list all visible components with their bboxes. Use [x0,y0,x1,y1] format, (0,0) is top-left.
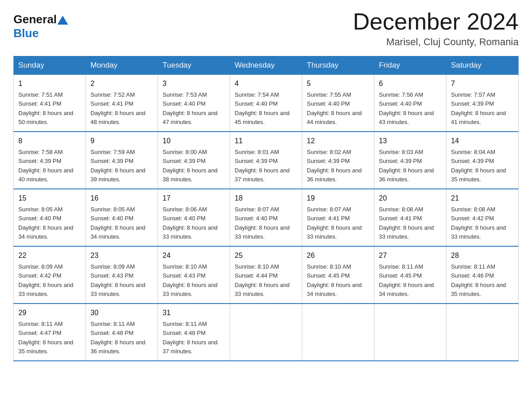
day-info: Sunrise: 7:55 AMSunset: 4:40 PMDaylight:… [307,91,362,125]
day-number: 8 [18,136,81,146]
day-info: Sunrise: 8:07 AMSunset: 4:41 PMDaylight:… [307,206,362,240]
day-cell: 25Sunrise: 8:10 AMSunset: 4:44 PMDayligh… [230,246,302,304]
day-info: Sunrise: 8:07 AMSunset: 4:40 PMDaylight:… [235,206,290,240]
day-number: 18 [235,193,297,204]
week-row-3: 15Sunrise: 8:05 AMSunset: 4:40 PMDayligh… [14,189,519,246]
day-info: Sunrise: 8:10 AMSunset: 4:45 PMDaylight:… [307,263,362,297]
day-number: 4 [235,78,297,89]
day-number: 25 [235,250,297,261]
day-info: Sunrise: 8:08 AMSunset: 4:42 PMDaylight:… [451,206,506,240]
logo: General Blue [13,13,68,40]
day-info: Sunrise: 8:05 AMSunset: 4:40 PMDaylight:… [90,206,146,240]
day-cell: 28Sunrise: 8:11 AMSunset: 4:46 PMDayligh… [446,246,519,304]
day-cell: 22Sunrise: 8:09 AMSunset: 4:42 PMDayligh… [14,246,86,304]
day-number: 21 [451,193,514,204]
day-info: Sunrise: 8:11 AMSunset: 4:46 PMDaylight:… [451,263,506,297]
day-info: Sunrise: 8:05 AMSunset: 4:40 PMDaylight:… [18,206,73,240]
day-cell: 27Sunrise: 8:11 AMSunset: 4:45 PMDayligh… [374,246,446,304]
logo-blue: Blue [13,26,39,40]
day-number: 5 [307,78,369,89]
day-cell: 18Sunrise: 8:07 AMSunset: 4:40 PMDayligh… [230,189,302,246]
day-cell: 29Sunrise: 8:11 AMSunset: 4:47 PMDayligh… [14,304,86,361]
day-number: 15 [18,193,81,204]
day-number: 24 [163,250,225,261]
logo-triangle-icon [57,16,68,25]
day-cell [230,304,302,361]
day-number: 14 [451,136,514,146]
day-number: 31 [163,308,225,318]
day-info: Sunrise: 8:10 AMSunset: 4:43 PMDaylight:… [163,263,218,297]
week-row-5: 29Sunrise: 8:11 AMSunset: 4:47 PMDayligh… [14,304,519,361]
location: Marisel, Cluj County, Romania [353,36,519,48]
day-cell: 6Sunrise: 7:56 AMSunset: 4:40 PMDaylight… [374,75,446,132]
day-cell: 12Sunrise: 8:02 AMSunset: 4:39 PMDayligh… [302,132,374,189]
day-info: Sunrise: 8:01 AMSunset: 4:39 PMDaylight:… [235,149,290,183]
day-cell: 9Sunrise: 7:59 AMSunset: 4:39 PMDaylight… [86,132,158,189]
day-info: Sunrise: 8:09 AMSunset: 4:43 PMDaylight:… [90,263,146,297]
day-cell: 1Sunrise: 7:51 AMSunset: 4:41 PMDaylight… [14,75,86,132]
day-number: 27 [379,250,442,261]
day-cell: 3Sunrise: 7:53 AMSunset: 4:40 PMDaylight… [158,75,230,132]
day-cell: 11Sunrise: 8:01 AMSunset: 4:39 PMDayligh… [230,132,302,189]
day-number: 22 [18,250,81,261]
day-header-wednesday: Wednesday [230,56,302,75]
logo-text: General [13,13,68,26]
day-number: 30 [90,308,153,318]
day-cell [374,304,446,361]
day-cell: 13Sunrise: 8:03 AMSunset: 4:39 PMDayligh… [374,132,446,189]
day-header-tuesday: Tuesday [158,56,230,75]
day-number: 12 [307,136,369,146]
day-cell: 10Sunrise: 8:00 AMSunset: 4:39 PMDayligh… [158,132,230,189]
day-cell: 4Sunrise: 7:54 AMSunset: 4:40 PMDaylight… [230,75,302,132]
day-info: Sunrise: 8:03 AMSunset: 4:39 PMDaylight:… [379,149,434,183]
day-header-friday: Friday [374,56,446,75]
week-row-1: 1Sunrise: 7:51 AMSunset: 4:41 PMDaylight… [14,75,519,132]
day-cell: 20Sunrise: 8:08 AMSunset: 4:41 PMDayligh… [374,189,446,246]
day-cell: 30Sunrise: 8:11 AMSunset: 4:48 PMDayligh… [86,304,158,361]
day-number: 29 [18,308,81,318]
day-info: Sunrise: 8:11 AMSunset: 4:48 PMDaylight:… [163,321,218,355]
day-info: Sunrise: 7:53 AMSunset: 4:40 PMDaylight:… [163,91,218,125]
title-area: December 2024 Marisel, Cluj County, Roma… [353,9,519,48]
day-info: Sunrise: 8:02 AMSunset: 4:39 PMDaylight:… [307,149,362,183]
day-number: 3 [163,78,225,89]
day-cell: 14Sunrise: 8:04 AMSunset: 4:39 PMDayligh… [446,132,519,189]
day-info: Sunrise: 8:09 AMSunset: 4:42 PMDaylight:… [18,263,73,297]
day-number: 9 [90,136,153,146]
day-header-thursday: Thursday [302,56,374,75]
day-cell [446,304,519,361]
day-number: 6 [379,78,442,89]
day-number: 26 [307,250,369,261]
day-cell: 31Sunrise: 8:11 AMSunset: 4:48 PMDayligh… [158,304,230,361]
day-cell: 5Sunrise: 7:55 AMSunset: 4:40 PMDaylight… [302,75,374,132]
day-cell: 17Sunrise: 8:06 AMSunset: 4:40 PMDayligh… [158,189,230,246]
month-title: December 2024 [353,9,519,34]
day-info: Sunrise: 7:57 AMSunset: 4:39 PMDaylight:… [451,91,506,125]
day-cell: 7Sunrise: 7:57 AMSunset: 4:39 PMDaylight… [446,75,519,132]
day-info: Sunrise: 8:08 AMSunset: 4:41 PMDaylight:… [379,206,434,240]
day-cell: 8Sunrise: 7:58 AMSunset: 4:39 PMDaylight… [14,132,86,189]
day-number: 19 [307,193,369,204]
day-info: Sunrise: 8:06 AMSunset: 4:40 PMDaylight:… [163,206,218,240]
day-info: Sunrise: 7:56 AMSunset: 4:40 PMDaylight:… [379,91,434,125]
day-number: 16 [90,193,153,204]
day-cell: 19Sunrise: 8:07 AMSunset: 4:41 PMDayligh… [302,189,374,246]
day-info: Sunrise: 7:58 AMSunset: 4:39 PMDaylight:… [18,149,73,183]
day-header-monday: Monday [86,56,158,75]
day-cell: 21Sunrise: 8:08 AMSunset: 4:42 PMDayligh… [446,189,519,246]
day-info: Sunrise: 7:51 AMSunset: 4:41 PMDaylight:… [18,91,73,125]
day-info: Sunrise: 7:52 AMSunset: 4:41 PMDaylight:… [90,91,146,125]
day-number: 1 [18,78,81,89]
day-cell: 16Sunrise: 8:05 AMSunset: 4:40 PMDayligh… [86,189,158,246]
day-cell: 2Sunrise: 7:52 AMSunset: 4:41 PMDaylight… [86,75,158,132]
logo-general: General [13,13,57,26]
calendar-table: SundayMondayTuesdayWednesdayThursdayFrid… [13,56,519,361]
day-cell: 15Sunrise: 8:05 AMSunset: 4:40 PMDayligh… [14,189,86,246]
day-info: Sunrise: 8:11 AMSunset: 4:45 PMDaylight:… [379,263,434,297]
day-number: 17 [163,193,225,204]
day-cell: 24Sunrise: 8:10 AMSunset: 4:43 PMDayligh… [158,246,230,304]
day-cell [302,304,374,361]
week-row-2: 8Sunrise: 7:58 AMSunset: 4:39 PMDaylight… [14,132,519,189]
day-number: 2 [90,78,153,89]
day-number: 11 [235,136,297,146]
